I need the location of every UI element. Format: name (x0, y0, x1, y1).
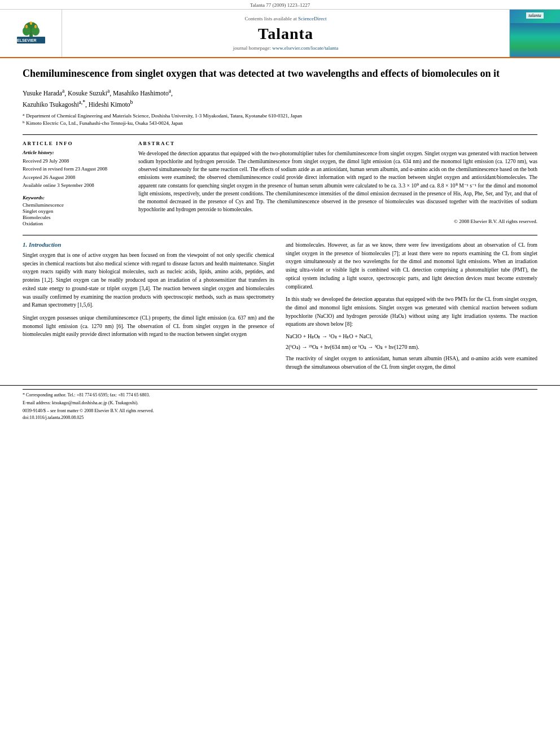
keywords-label: Keywords: (23, 195, 127, 200)
issn-note: 0039-9140/$ – see front matter © 2008 El… (23, 408, 537, 414)
journal-title: Talanta (258, 25, 313, 43)
author-hashimoto: Masahiko Hashimotoa (113, 90, 171, 97)
svg-point-6 (25, 25, 28, 28)
keyword-2: Singlet oxygen (23, 208, 127, 214)
abstract-text: We developed the detection apparatus tha… (138, 150, 537, 214)
page-wrapper: Talanta 77 (2009) 1223–1227 ELSEVIER (0, 0, 560, 747)
right-paragraph-1: and biomolecules. However, as far as we … (286, 241, 537, 291)
science-direct-bar: Contents lists available at ScienceDirec… (245, 16, 327, 21)
author-tsukagoshi-sup: a,* (79, 99, 85, 105)
article-info-col: ARTICLE INFO Article history: Received 2… (23, 141, 127, 227)
doi-line: doi:10.1016/j.talanta.2008.08.025 (23, 414, 537, 421)
intro-paragraph-2: Singlet oxygen possesses unique chemilum… (23, 314, 274, 339)
author-harada: Yusuke Haradaa (23, 90, 64, 97)
eq1-text: NaClO + H₂O₂ → ¹O₂ + H₂O + NaCl, (286, 333, 373, 339)
journal-reference-bar: Talanta 77 (2009) 1223–1227 (0, 0, 560, 10)
elsevier-logo-area: ELSEVIER (0, 10, 62, 57)
author-suzuki-sup: a (107, 88, 110, 94)
svg-point-7 (30, 21, 32, 25)
intro-paragraph-1: Singlet oxygen that is one of active oxy… (23, 251, 274, 309)
journal-homepage: journal homepage: www.elsevier.com/locat… (233, 45, 338, 51)
abstract-col: ABSTRACT We developed the detection appa… (138, 141, 537, 227)
author-harada-sup: a (62, 88, 64, 94)
abstract-heading: ABSTRACT (138, 141, 537, 146)
keyword-3: Biomolecules (23, 215, 127, 220)
email-value: ktsukago@mail.doshisha.ac.jp (K. Tsukago… (52, 400, 138, 405)
accepted-date: Accepted 26 August 2008 (23, 174, 127, 181)
article-history-label: Article history: (23, 150, 127, 155)
talanta-cover-graphic (510, 23, 560, 57)
revised-date: Received in revised form 23 August 2008 (23, 165, 127, 173)
svg-text:ELSEVIER: ELSEVIER (17, 38, 37, 42)
equation-1: NaClO + H₂O₂ → ¹O₂ + H₂O + NaCl, (286, 333, 537, 339)
available-date: Available online 3 September 2008 (23, 182, 127, 189)
corresponding-note: * Corresponding author. Tel.: +81 774 65… (23, 392, 537, 399)
right-paragraph-3: The reactivity of singlet oxygen to anti… (286, 355, 537, 371)
author-tsukagoshi: Kazuhiko Tsukagoshia,* (23, 101, 85, 108)
svg-point-8 (34, 25, 37, 28)
intro-section-number: 1. (23, 241, 27, 248)
equation-2: 2(¹O₂) → ²³O₂ + hν(634 nm) or ¹O₂ → ³O₂ … (286, 344, 537, 350)
footer-divider (23, 389, 537, 390)
authors-line: Yusuke Haradaa, Kosuke Suzukia, Masahiko… (23, 87, 537, 110)
talanta-tag: talanta (526, 12, 544, 19)
article-info-heading: ARTICLE INFO (23, 141, 127, 146)
contents-label: Contents lists available at (245, 16, 297, 21)
copyright-line: © 2008 Elsevier B.V. All rights reserved… (138, 219, 537, 224)
body-left-col: 1. Introduction Singlet oxygen that is o… (23, 241, 274, 376)
footer-area: * Corresponding author. Tel.: +81 774 65… (0, 385, 560, 423)
homepage-link[interactable]: www.elsevier.com/locate/talanta (272, 45, 338, 51)
article-title: Chemiluminescence from singlet oxygen th… (23, 67, 537, 80)
affiliations: ᵃ Department of Chemical Engineering and… (23, 112, 537, 128)
body-section: 1. Introduction Singlet oxygen that is o… (23, 241, 537, 376)
keywords-section: Keywords: Chemiluminescence Singlet oxyg… (23, 195, 127, 226)
journal-center: Contents lists available at ScienceDirec… (62, 10, 509, 57)
body-right-col: and biomolecules. However, as far as we … (286, 241, 537, 376)
journal-header: ELSEVIER Contents lists available at Sci… (0, 10, 560, 58)
science-direct-link[interactable]: ScienceDirect (298, 16, 326, 21)
keyword-4: Oxidation (23, 221, 127, 226)
author-kimoto-sup: b (130, 99, 133, 105)
received-date: Received 29 July 2008 (23, 158, 127, 165)
intro-section-heading: Introduction (29, 241, 61, 248)
section-divider (23, 235, 537, 235)
article-info-abstract-section: ARTICLE INFO Article history: Received 2… (23, 134, 537, 227)
author-suzuki: Kosuke Suzukia (68, 90, 110, 97)
email-label: E-mail address: (23, 400, 51, 405)
author-kimoto: Hideshi Kimotob (89, 101, 133, 108)
email-line: E-mail address: ktsukago@mail.doshisha.a… (23, 400, 537, 407)
right-paragraph-2: In this study we developed the detection… (286, 295, 537, 329)
affiliation-a: ᵃ Department of Chemical Engineering and… (23, 112, 537, 120)
journal-ref-text: Talanta 77 (2009) 1223–1227 (250, 2, 310, 8)
elsevier-logo-icon: ELSEVIER (14, 21, 48, 46)
eq2-text: 2(¹O₂) → ²³O₂ + hν(634 nm) or ¹O₂ → ³O₂ … (286, 344, 419, 350)
homepage-label: journal homepage: (233, 45, 271, 51)
talanta-cover-image: talanta (509, 10, 560, 57)
affiliation-b: ᵇ Kimoto Electric Co, Ltd., Funahashi-ch… (23, 120, 537, 128)
author-hashimoto-sup: a (169, 88, 171, 94)
main-content: Chemiluminescence from singlet oxygen th… (0, 58, 560, 385)
intro-section-title: 1. Introduction (23, 241, 274, 248)
keyword-1: Chemiluminescence (23, 202, 127, 208)
